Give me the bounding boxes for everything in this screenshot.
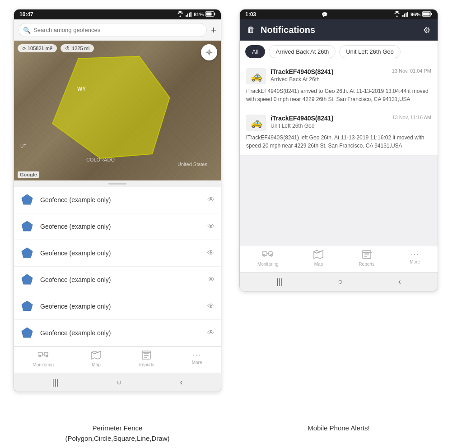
notification-card-1[interactable]: 🚕 iTrackEF4940S(8241) 13 Nov, 01:04 PM A… — [240, 63, 438, 109]
more-icon-left: ··· — [192, 351, 202, 359]
right-android-home-btn[interactable]: ○ — [338, 277, 343, 286]
nav-monitoring-right[interactable]: Monitoring — [257, 250, 279, 267]
svg-rect-2 — [189, 13, 190, 17]
left-time: 10:47 — [19, 11, 33, 18]
empty-notifications-area — [240, 156, 438, 246]
scroll-indicator — [14, 180, 221, 187]
notif-card-header-2: 🚕 iTrackEF4940S(8241) 13 Nov, 11:16 AM U… — [246, 115, 431, 131]
svg-rect-3 — [190, 12, 191, 17]
notification-card-2[interactable]: 🚕 iTrackEF4940S(8241) 13 Nov, 11:16 AM U… — [240, 109, 438, 156]
search-wrapper[interactable]: 🔍 — [19, 23, 207, 37]
geofence-item-1[interactable]: Geofence (example only) 👁 — [14, 187, 221, 213]
reports-icon-left — [141, 351, 151, 361]
svg-rect-41 — [363, 250, 371, 259]
left-status-icons: 81% — [177, 11, 215, 18]
geofence-icon-1 — [20, 193, 34, 207]
monitoring-icon-right — [262, 250, 273, 260]
area-icon: ⊘ — [22, 46, 26, 51]
event-type-2: Unit Left 26th Geo — [271, 123, 431, 129]
notifications-title: Notifications — [261, 25, 418, 35]
add-geofence-button[interactable]: + — [210, 24, 216, 36]
visibility-toggle-5[interactable]: 👁 — [207, 302, 215, 310]
svg-marker-11 — [22, 248, 33, 258]
notif-info-2: iTrackEF4940S(8241) 13 Nov, 11:16 AM Uni… — [271, 115, 431, 129]
svg-rect-30 — [407, 12, 408, 17]
left-status-bar: 10:47 81% — [14, 9, 221, 19]
map-label-ut: UT — [20, 144, 26, 149]
reports-icon-right — [362, 250, 372, 260]
visibility-toggle-6[interactable]: 👁 — [207, 329, 215, 337]
nav-monitoring-left[interactable]: Monitoring — [33, 351, 54, 367]
trash-icon[interactable]: 🗑 — [247, 25, 255, 35]
nav-more-left[interactable]: ··· More — [192, 351, 202, 367]
filter-tab-left[interactable]: Unit Left 26th Geo — [339, 45, 401, 58]
battery-label: 81% — [194, 12, 204, 17]
more-icon-right: ··· — [410, 250, 420, 258]
nav-reports-right[interactable]: Reports — [359, 250, 374, 267]
svg-marker-10 — [22, 221, 33, 231]
geofence-name-3: Geofence (example only) — [40, 249, 201, 257]
svg-rect-28 — [404, 14, 405, 17]
android-home-btn[interactable]: ○ — [117, 378, 122, 387]
svg-rect-0 — [186, 15, 187, 17]
nav-map-left[interactable]: Map — [91, 351, 101, 367]
left-android-nav: ||| ○ ‹ — [14, 373, 221, 392]
visibility-toggle-2[interactable]: 👁 — [207, 222, 215, 231]
nav-map-right[interactable]: Map — [313, 250, 323, 267]
nav-reports-left[interactable]: Reports — [139, 351, 154, 367]
map-view[interactable]: ⊘ 105821 mi² ⏱ 1225 mi WY United States … — [14, 41, 221, 180]
geofence-name-2: Geofence (example only) — [40, 223, 201, 230]
car-thumbnail-1: 🚕 — [246, 68, 266, 84]
right-battery-label: 96% — [411, 12, 420, 17]
caption-right: Mobile Phone Alerts! — [239, 419, 438, 448]
map-label-us: United States — [177, 162, 207, 167]
left-bottom-nav: Monitoring Map Reports ··· More — [14, 346, 221, 373]
filter-tab-all[interactable]: All — [245, 45, 265, 58]
geofence-item-2[interactable]: Geofence (example only) 👁 — [14, 213, 221, 240]
right-battery-icon — [422, 11, 432, 18]
monitoring-label-left: Monitoring — [33, 362, 54, 367]
right-android-back-btn[interactable]: ‹ — [398, 277, 401, 286]
map-terrain: ⊘ 105821 mi² ⏱ 1225 mi WY United States … — [14, 41, 221, 180]
android-menu-btn[interactable]: ||| — [52, 378, 59, 387]
car-thumbnail-2: 🚕 — [246, 115, 266, 131]
geofence-item-4[interactable]: Geofence (example only) 👁 — [14, 267, 221, 293]
wifi-icon — [177, 11, 184, 18]
svg-marker-9 — [22, 194, 33, 204]
geofence-item-6[interactable]: Geofence (example only) 👁 — [14, 320, 221, 346]
search-input[interactable] — [19, 23, 207, 37]
visibility-toggle-3[interactable]: 👁 — [207, 249, 215, 257]
left-phone: 10:47 81% 🔍 — [14, 9, 221, 419]
map-label-wy: WY — [77, 86, 86, 92]
visibility-toggle-4[interactable]: 👁 — [207, 276, 215, 284]
notif-body-1: iTrackEF4940S(8241) arrived to Geo 26th.… — [246, 87, 431, 103]
caption-right-text: Mobile Phone Alerts! — [308, 424, 370, 432]
svg-rect-5 — [206, 13, 212, 16]
filter-tab-arrived[interactable]: Arrived Back At 26th — [269, 45, 336, 58]
android-back-btn[interactable]: ‹ — [180, 378, 182, 387]
geofence-icon-3 — [20, 246, 34, 260]
map-label-left: Map — [92, 362, 100, 367]
caption-left-text: Perimeter Fence(Polygon,Circle,Square,Li… — [65, 424, 170, 442]
right-phone-screen: 1:03 💬 96% 🗑 Notifi — [239, 9, 438, 291]
geofence-item-5[interactable]: Geofence (example only) 👁 — [14, 293, 221, 320]
event-type-1: Arrived Back At 26th — [271, 76, 431, 83]
compass-button[interactable] — [201, 44, 217, 60]
geofence-item-3[interactable]: Geofence (example only) 👁 — [14, 240, 221, 267]
geofence-icon-2 — [20, 220, 34, 233]
settings-icon[interactable]: ⚙ — [423, 25, 430, 35]
right-android-menu-btn[interactable]: ||| — [276, 277, 283, 286]
filter-tabs: All Arrived Back At 26th Unit Left 26th … — [240, 41, 438, 63]
nav-more-right[interactable]: ··· More — [410, 250, 420, 267]
google-logo: Google — [18, 171, 39, 178]
reports-label-left: Reports — [139, 362, 154, 367]
map-icon-right — [313, 250, 323, 260]
area-stat: ⊘ 105821 mi² — [18, 44, 57, 52]
captions-row: Perimeter Fence(Polygon,Circle,Square,Li… — [0, 419, 476, 448]
perimeter-stat: ⏱ 1225 mi — [61, 44, 94, 52]
visibility-toggle-1[interactable]: 👁 — [207, 196, 215, 204]
svg-marker-21 — [92, 351, 101, 359]
device-name-2: iTrackEF4940S(8241) — [271, 115, 333, 122]
svg-rect-22 — [142, 351, 150, 359]
signal-icon — [186, 11, 192, 18]
